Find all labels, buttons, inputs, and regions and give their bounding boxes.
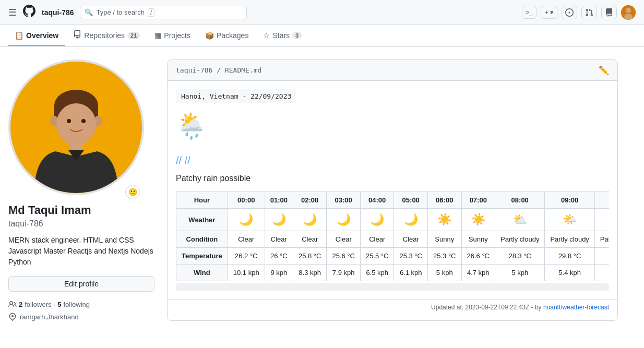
temperature-cell-9: 29.8 °C bbox=[545, 248, 594, 265]
temperature-cell-5: 25.3 °C bbox=[394, 248, 428, 265]
emoji-button[interactable]: 🙂 bbox=[125, 185, 140, 199]
location-line: ramgarh,Jharkhand bbox=[8, 313, 154, 321]
svg-point-10 bbox=[81, 119, 86, 123]
hour-header: Hour bbox=[176, 192, 228, 209]
packages-icon: 📦 bbox=[205, 31, 214, 40]
projects-icon: ▦ bbox=[154, 31, 161, 40]
temperature-row-label: Temperature bbox=[176, 248, 228, 265]
svg-point-8 bbox=[56, 103, 96, 145]
condition-cell-10: Patchy rain possible bbox=[594, 231, 609, 248]
svg-point-9 bbox=[67, 119, 71, 123]
wind-cell-4: 6.5 kph bbox=[360, 265, 394, 281]
table-row-1: ConditionClearClearClearClearClearClearS… bbox=[176, 231, 610, 248]
temperature-cell-10: 31.3 °C bbox=[594, 248, 609, 265]
create-button[interactable]: + ▾ bbox=[541, 6, 557, 19]
nav-packages-label: Packages bbox=[217, 31, 248, 40]
issues-button[interactable] bbox=[562, 6, 577, 19]
wind-cell-2: 8.3 kph bbox=[293, 265, 327, 281]
nav-overview-label: Overview bbox=[26, 31, 58, 40]
footer-link[interactable]: huantt/weather-forecast bbox=[543, 304, 609, 311]
svg-point-2 bbox=[624, 14, 633, 20]
weather-icon-1: 🌙 bbox=[265, 209, 293, 231]
nav-projects[interactable]: ▦ Projects bbox=[148, 26, 197, 46]
profile-username: taqui-786 bbox=[8, 219, 154, 229]
wind-cell-10: 6.5 kph bbox=[594, 265, 609, 281]
nav-packages[interactable]: 📦 Packages bbox=[199, 26, 255, 46]
temperature-cell-2: 25.8 °C bbox=[293, 248, 327, 265]
repositories-icon bbox=[73, 30, 81, 40]
nav-stars[interactable]: ☆ Stars 3 bbox=[257, 26, 308, 46]
hour-05:00: 05:00 bbox=[394, 192, 428, 209]
condition-cell-5: Clear bbox=[394, 231, 428, 248]
temperature-cell-4: 25.5 °C bbox=[360, 248, 394, 265]
weather-icon-6: ☀️ bbox=[427, 209, 461, 231]
following-label: following bbox=[63, 301, 90, 308]
wind-row-label: Wind bbox=[176, 265, 228, 281]
weather-icon-2: 🌙 bbox=[293, 209, 327, 231]
edit-icon[interactable]: ✏️ bbox=[599, 65, 609, 75]
weather-row-label: Weather bbox=[176, 209, 228, 231]
header-username: taqui-786 bbox=[42, 8, 74, 17]
condition-cell-9: Partly cloudy bbox=[545, 231, 594, 248]
nav-stars-label: Stars bbox=[272, 31, 290, 40]
wind-cell-8: 5 kph bbox=[495, 265, 545, 281]
condition-cell-4: Clear bbox=[360, 231, 394, 248]
inbox-button[interactable] bbox=[601, 6, 617, 19]
terminal-button[interactable]: >_ bbox=[522, 6, 537, 19]
readme-footer: Updated at: 2023-09-22T09:22:43Z - by hu… bbox=[168, 299, 617, 315]
wind-cell-3: 7.9 kph bbox=[327, 265, 361, 281]
temperature-cell-3: 25.6 °C bbox=[327, 248, 361, 265]
condition-cell-7: Sunny bbox=[461, 231, 495, 248]
temperature-cell-6: 25.3 °C bbox=[427, 248, 461, 265]
footer-text: Updated at: 2023-09-22T09:22:43Z - by bbox=[431, 304, 541, 311]
search-bar[interactable]: 🔍 Type / to search / bbox=[80, 6, 247, 19]
search-icon: 🔍 bbox=[85, 8, 93, 16]
weather-icon-8: ⛅ bbox=[495, 209, 545, 231]
wind-cell-0: 10.1 kph bbox=[228, 265, 265, 281]
hour-09:00: 09:00 bbox=[545, 192, 594, 209]
user-avatar[interactable] bbox=[621, 5, 636, 20]
table-row-3: Wind10.1 kph9 kph8.3 kph7.9 kph6.5 kph6.… bbox=[176, 265, 610, 281]
profile-avatar-container bbox=[8, 59, 144, 195]
followers-label: followers bbox=[25, 301, 51, 308]
profile-bio: MERN stack engineer. HTML and CSS Javasc… bbox=[8, 235, 154, 268]
weather-icon-row: Weather🌙🌙🌙🌙🌙🌙☀️☀️⛅🌤️🌦️🌤 bbox=[176, 209, 610, 231]
temperature-cell-7: 26.6 °C bbox=[461, 248, 495, 265]
github-logo[interactable] bbox=[23, 5, 35, 20]
profile-nav: 📋 Overview Repositories 21 ▦ Projects 📦 … bbox=[0, 25, 644, 47]
weather-icon-0: 🌙 bbox=[228, 209, 265, 231]
weather-icon-7: ☀️ bbox=[461, 209, 495, 231]
menu-icon[interactable]: ☰ bbox=[8, 7, 17, 18]
pullrequest-button[interactable] bbox=[581, 6, 597, 19]
weather-table-wrapper: Hour00:0001:0002:0003:0004:0005:0006:000… bbox=[176, 191, 609, 291]
condition-cell-6: Sunny bbox=[427, 231, 461, 248]
hour-07:00: 07:00 bbox=[461, 192, 495, 209]
nav-repositories[interactable]: Repositories 21 bbox=[67, 25, 146, 46]
wind-cell-1: 9 kph bbox=[265, 265, 293, 281]
profile-full-name: Md Taqui Imam bbox=[8, 203, 154, 217]
table-row-2: Temperature26.2 °C26 °C25.8 °C25.6 °C25.… bbox=[176, 248, 610, 265]
weather-condition-main: Patchy rain possible bbox=[176, 174, 609, 183]
hour-06:00: 06:00 bbox=[427, 192, 461, 209]
hour-08:00: 08:00 bbox=[495, 192, 545, 209]
temperature-cell-1: 26 °C bbox=[265, 248, 293, 265]
main-content: 🙂 Md Taqui Imam taqui-786 MERN stack eng… bbox=[0, 47, 626, 333]
stars-icon: ☆ bbox=[263, 31, 270, 40]
readme-content: Hanoi, Vietnam - 22/09/2023 🌦️// // Patc… bbox=[168, 81, 617, 299]
readme-card: taqui-786 / README.md ✏️ Hanoi, Vietnam … bbox=[167, 59, 618, 321]
weather-icon-4: 🌙 bbox=[360, 209, 394, 231]
hour-01:00: 01:00 bbox=[265, 192, 293, 209]
hour-04:00: 04:00 bbox=[360, 192, 394, 209]
nav-projects-label: Projects bbox=[164, 31, 190, 40]
following-count: 5 bbox=[57, 301, 61, 308]
header-actions: >_ + ▾ bbox=[522, 5, 636, 20]
location-text: ramgarh,Jharkhand bbox=[20, 313, 79, 321]
wind-cell-9: 5.4 kph bbox=[545, 265, 594, 281]
svg-point-1 bbox=[626, 7, 631, 13]
overview-icon: 📋 bbox=[15, 31, 23, 40]
nav-overview[interactable]: 📋 Overview bbox=[8, 26, 65, 46]
weather-icon-9: 🌤️ bbox=[545, 209, 594, 231]
edit-profile-button[interactable]: Edit profile bbox=[8, 276, 154, 292]
hour-02:00: 02:00 bbox=[293, 192, 327, 209]
condition-cell-2: Clear bbox=[293, 231, 327, 248]
